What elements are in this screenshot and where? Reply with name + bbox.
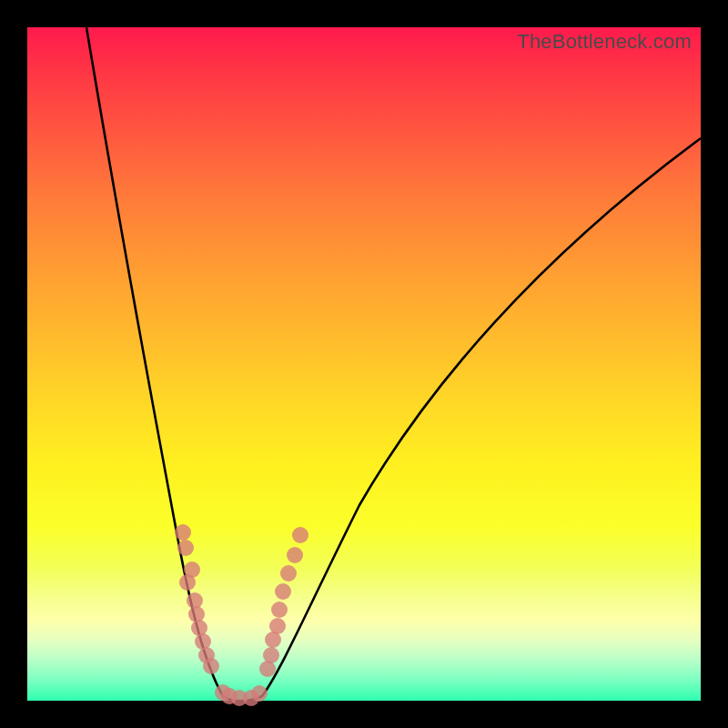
data-dot (177, 540, 194, 556)
curve-path (86, 27, 701, 701)
gradient-plot-area: TheBottleneck.com (27, 27, 701, 701)
data-dot (280, 565, 297, 581)
data-dot (271, 602, 288, 618)
data-dot (179, 574, 196, 591)
bottleneck-curve (27, 27, 701, 701)
data-dot (203, 658, 219, 674)
data-dot (188, 606, 205, 622)
data-dot (175, 524, 191, 541)
data-dot (269, 618, 286, 634)
data-dot (292, 527, 308, 543)
data-dot (275, 583, 291, 600)
data-dot (251, 685, 268, 702)
data-dot (263, 647, 279, 663)
data-dot (287, 547, 303, 563)
